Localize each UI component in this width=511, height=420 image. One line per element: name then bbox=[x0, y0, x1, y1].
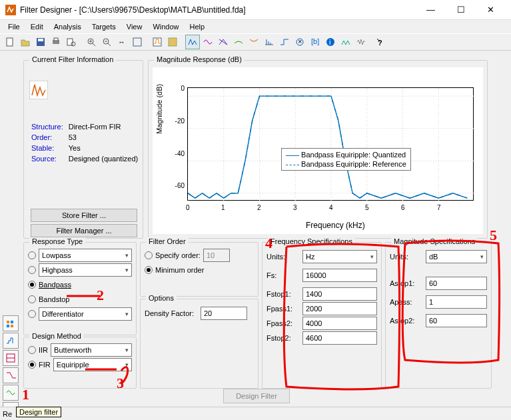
toolbar: ↔ × [b] i ? bbox=[0, 33, 511, 51]
options-panel: Options Density Factor:20 bbox=[140, 299, 258, 389]
help-icon[interactable]: ? bbox=[374, 35, 388, 49]
structure-value: Direct-Form FIR bbox=[67, 122, 141, 131]
svg-text:↔: ↔ bbox=[118, 38, 125, 46]
store-filter-button[interactable]: Store Filter ... bbox=[31, 209, 137, 222]
density-factor-input[interactable]: 20 bbox=[201, 307, 247, 320]
magnitude-response-panel: Magnitude Response (dB) Magnitude (dB) 0… bbox=[148, 60, 488, 239]
radio-fir[interactable] bbox=[28, 361, 36, 369]
minimize-button[interactable]: — bbox=[416, 0, 446, 19]
open-icon[interactable] bbox=[18, 35, 33, 49]
filter-specs-icon[interactable] bbox=[150, 35, 165, 49]
new-icon[interactable] bbox=[3, 35, 17, 49]
cfi-legend: Current Filter Information bbox=[29, 55, 116, 63]
xtick-7: 7 bbox=[437, 204, 441, 211]
fstop2-input[interactable]: 4600 bbox=[302, 331, 377, 345]
stable-value: Yes bbox=[67, 143, 141, 153]
menu-targets[interactable]: Targets bbox=[87, 21, 121, 32]
filter-coefficients-icon[interactable]: [b] bbox=[308, 35, 322, 49]
astop2-input[interactable]: 60 bbox=[426, 314, 487, 327]
filter-manager-button[interactable]: Filter Manager ... bbox=[31, 224, 137, 237]
highpass-select[interactable]: Highpass bbox=[39, 263, 132, 277]
status-text: Re bbox=[3, 410, 12, 418]
menu-help[interactable]: Help bbox=[185, 21, 211, 32]
zoom-in-icon[interactable] bbox=[84, 35, 99, 49]
svg-rect-3 bbox=[38, 39, 43, 41]
window-title: Filter Designer - [C:\Users\99675\Deskto… bbox=[20, 5, 416, 15]
status-bar: Re bbox=[0, 407, 511, 420]
iir-select[interactable]: Butterworth bbox=[51, 343, 132, 357]
filter-information-icon[interactable]: i bbox=[323, 35, 338, 49]
mag-units-select[interactable]: dB bbox=[426, 250, 487, 263]
design-method-panel: Design Method IIRButterworth FIREquiripp… bbox=[23, 337, 137, 389]
save-icon[interactable] bbox=[33, 35, 48, 49]
radio-iir[interactable] bbox=[28, 346, 36, 354]
svg-rect-44 bbox=[11, 321, 13, 323]
astop1-input[interactable]: 60 bbox=[426, 277, 487, 290]
menu-analysis[interactable]: Analysis bbox=[49, 21, 87, 32]
radio-differentiator[interactable] bbox=[28, 310, 36, 318]
svg-rect-46 bbox=[11, 325, 13, 327]
radio-highpass[interactable] bbox=[28, 266, 36, 274]
fpass2-input[interactable]: 4000 bbox=[302, 317, 377, 330]
apass-input[interactable]: 1 bbox=[426, 295, 487, 309]
group-delay-icon[interactable] bbox=[231, 35, 246, 49]
specify-order-input: 10 bbox=[203, 249, 230, 262]
response-type-panel: Response Type Lowpass Highpass Bandpass … bbox=[23, 242, 137, 335]
ytick-1: -20 bbox=[171, 117, 185, 125]
lowpass-select[interactable]: Lowpass bbox=[39, 249, 132, 262]
source-value: Designed (quantized) bbox=[67, 154, 141, 163]
radio-lowpass[interactable] bbox=[28, 251, 36, 259]
svg-text:i: i bbox=[329, 38, 330, 46]
ytick-2: -40 bbox=[171, 150, 185, 157]
zoom-out-icon[interactable] bbox=[99, 35, 114, 49]
radio-bandstop[interactable] bbox=[28, 295, 36, 303]
fpass1-input[interactable]: 2000 bbox=[302, 302, 377, 315]
zoom-x-icon[interactable]: ↔ bbox=[115, 35, 129, 49]
menu-view[interactable]: View bbox=[121, 21, 148, 32]
maximize-button[interactable]: ☐ bbox=[446, 0, 476, 19]
magnitude-response-icon[interactable] bbox=[185, 35, 200, 49]
pole-zero-icon[interactable]: × bbox=[292, 35, 307, 49]
svg-rect-45 bbox=[7, 325, 9, 327]
differentiator-select[interactable]: Differentiator bbox=[39, 307, 132, 321]
fstop1-input[interactable]: 1400 bbox=[302, 287, 377, 301]
sidetool-5-icon[interactable] bbox=[3, 385, 19, 401]
svg-rect-1 bbox=[7, 38, 13, 46]
menu-window[interactable]: Window bbox=[147, 21, 184, 32]
magnitude-estimate-icon[interactable] bbox=[338, 35, 353, 49]
radio-specify-order[interactable] bbox=[145, 251, 153, 259]
xtick-5: 5 bbox=[365, 204, 369, 211]
chart-xlabel: Frequency (kHz) bbox=[306, 221, 365, 230]
sidetool-4-icon[interactable] bbox=[3, 367, 19, 383]
phase-delay-icon[interactable] bbox=[247, 35, 261, 49]
filter-info-icon[interactable] bbox=[165, 35, 180, 49]
sidetool-1-icon[interactable] bbox=[3, 315, 19, 331]
chart-legend: Bandpass Equiripple: Quantized Bandpass … bbox=[281, 148, 411, 171]
sidetool-3-icon[interactable] bbox=[3, 350, 19, 366]
close-button[interactable]: ✕ bbox=[476, 0, 506, 19]
svg-rect-6 bbox=[67, 39, 73, 45]
fir-select[interactable]: Equiripple bbox=[53, 358, 132, 371]
magnitude-phase-icon[interactable] bbox=[216, 35, 231, 49]
menu-file[interactable]: File bbox=[3, 21, 25, 32]
full-view-icon[interactable] bbox=[130, 35, 145, 49]
radio-bandpass[interactable] bbox=[28, 281, 36, 289]
print-preview-icon[interactable] bbox=[64, 35, 79, 49]
round-off-noise-icon[interactable] bbox=[354, 35, 368, 49]
ytick-0: 0 bbox=[171, 85, 185, 92]
menu-edit[interactable]: Edit bbox=[25, 21, 49, 32]
chart-ylabel: Magnitude (dB) bbox=[155, 84, 163, 134]
step-response-icon[interactable] bbox=[277, 35, 292, 49]
xtick-3: 3 bbox=[293, 204, 297, 211]
radio-minimum-order[interactable] bbox=[145, 266, 153, 274]
ytick-3: -60 bbox=[171, 182, 185, 189]
fs-input[interactable]: 16000 bbox=[302, 269, 377, 282]
phase-response-icon[interactable] bbox=[201, 35, 215, 49]
print-icon[interactable] bbox=[49, 35, 63, 49]
sidetool-2-icon[interactable] bbox=[3, 333, 19, 349]
freq-units-select[interactable]: Hz bbox=[302, 250, 377, 263]
xtick-0: 0 bbox=[186, 204, 190, 211]
design-filter-button[interactable]: Design Filter bbox=[223, 389, 290, 403]
order-value: 53 bbox=[67, 133, 141, 142]
impulse-response-icon[interactable] bbox=[262, 35, 276, 49]
